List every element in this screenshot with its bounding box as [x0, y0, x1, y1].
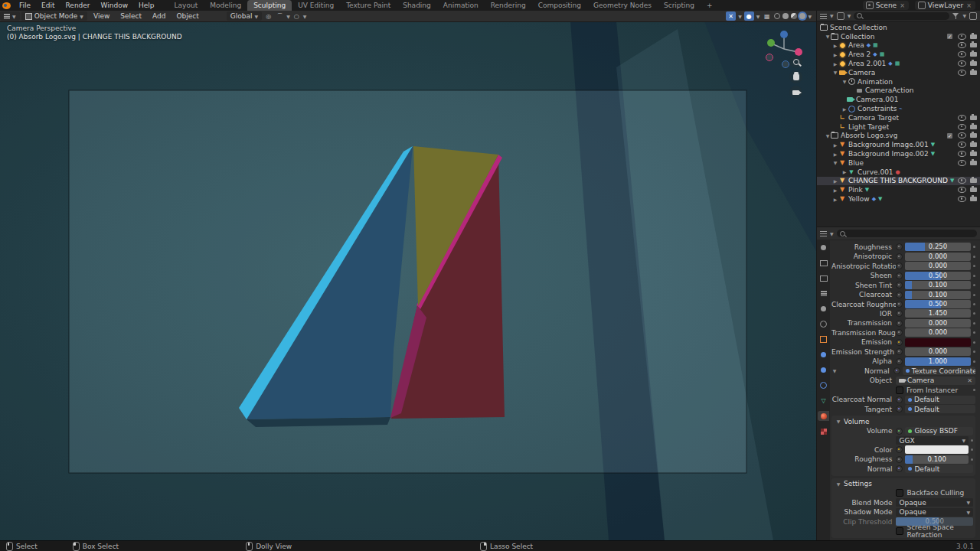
disclosure-triangle-icon[interactable]: ▶: [832, 61, 838, 67]
disclosure-triangle-icon[interactable]: ▶: [832, 43, 838, 48]
tab-scene[interactable]: [818, 304, 829, 314]
shading-caret[interactable]: ▼: [808, 14, 812, 19]
backface-culling-checkbox[interactable]: [896, 489, 903, 497]
gizmo-x-neg[interactable]: [766, 54, 773, 61]
disable-render-toggle[interactable]: [970, 197, 977, 201]
outliner-row[interactable]: ▼ Collection ✓: [817, 32, 980, 41]
clearcoat-roughness-slider[interactable]: 0.500: [905, 300, 971, 308]
hide-viewport-toggle[interactable]: [958, 42, 966, 48]
disclosure-triangle-icon[interactable]: ▼: [832, 160, 838, 165]
outliner-row[interactable]: Camera.001: [817, 95, 980, 104]
outliner-row[interactable]: ▶ ▼ Yellow ◆ ▼: [817, 194, 980, 204]
animate-dot-icon[interactable]: [973, 331, 975, 334]
scene-selector[interactable]: Scene ×: [863, 1, 909, 10]
hide-viewport-toggle[interactable]: [958, 60, 966, 67]
xray-toggle[interactable]: ▦: [762, 11, 772, 21]
blender-logo-icon[interactable]: [2, 2, 11, 9]
hide-viewport-toggle[interactable]: [958, 51, 966, 57]
outliner-row[interactable]: ▶ Constraints ⌁: [817, 104, 980, 113]
new-collection-button[interactable]: [969, 12, 977, 20]
hide-viewport-toggle[interactable]: [958, 187, 966, 193]
outliner-row[interactable]: CameraAction: [817, 86, 980, 96]
outliner-row[interactable]: ▼ ▼ Blue: [817, 158, 980, 168]
animate-dot-icon[interactable]: [973, 284, 975, 286]
tab-physics[interactable]: [818, 380, 829, 390]
outliner-editor-caret[interactable]: ▼: [830, 13, 834, 18]
distribution-dropdown[interactable]: GGX▼: [896, 436, 969, 445]
add-workspace-button[interactable]: +: [701, 0, 719, 11]
collection-checkbox[interactable]: ✓: [947, 133, 952, 139]
volume-shader-button[interactable]: Glossy BSDF: [905, 427, 973, 435]
disable-render-toggle[interactable]: [970, 52, 977, 57]
volume-panel-header[interactable]: ▼Volume: [834, 416, 973, 426]
hide-viewport-toggle[interactable]: [958, 132, 966, 139]
disclosure-triangle-icon[interactable]: ▶: [841, 106, 848, 112]
settings-panel-header[interactable]: ▼Settings: [834, 479, 973, 489]
disable-render-toggle[interactable]: [970, 133, 977, 138]
disable-render-toggle[interactable]: [970, 178, 977, 183]
shading-solid-button[interactable]: [782, 13, 789, 19]
unlink-scene-icon[interactable]: ×: [899, 2, 906, 9]
tab-animation[interactable]: Animation: [437, 0, 485, 11]
properties-editor-caret[interactable]: ▼: [830, 231, 834, 236]
transform-pivot-icon[interactable]: ◎: [263, 11, 273, 21]
pan-view-button[interactable]: [789, 70, 802, 83]
outliner-editor-type-icon[interactable]: [820, 13, 827, 19]
disable-render-toggle[interactable]: [970, 125, 977, 129]
display-mode-icon[interactable]: [837, 12, 844, 20]
disable-render-toggle[interactable]: [970, 116, 977, 120]
editor-type-button[interactable]: ▼: [0, 11, 20, 21]
shadow-mode-dropdown[interactable]: Opaque▼: [896, 508, 973, 517]
remove-viewlayer-icon[interactable]: ×: [965, 2, 972, 9]
animate-dot-icon[interactable]: [973, 303, 975, 305]
hide-viewport-toggle[interactable]: [958, 142, 966, 148]
shading-wireframe-button[interactable]: [774, 13, 780, 19]
disclosure-triangle-icon[interactable]: ▶: [841, 169, 848, 174]
outliner-row[interactable]: ▼ Animation: [817, 77, 980, 86]
anisotropic-rotation-slider[interactable]: 0.000: [905, 262, 971, 270]
tab-texture-paint[interactable]: Texture Paint: [340, 0, 397, 11]
disable-render-toggle[interactable]: [970, 70, 977, 75]
animate-dot-icon[interactable]: [973, 389, 975, 391]
hide-viewport-toggle[interactable]: [958, 151, 966, 157]
disclosure-triangle-icon[interactable]: ▼: [841, 79, 848, 84]
clearcoat-slider[interactable]: 0.100: [905, 291, 971, 299]
disclosure-triangle-icon[interactable]: ▼: [825, 34, 831, 39]
properties-editor-type-icon[interactable]: [820, 230, 827, 236]
outliner-search-input[interactable]: [854, 12, 949, 20]
menu-add[interactable]: Add: [148, 11, 170, 21]
tab-uv-editing[interactable]: UV Editing: [292, 0, 340, 11]
disclosure-triangle-icon[interactable]: ▶: [832, 197, 838, 202]
tab-shading[interactable]: Shading: [397, 0, 437, 11]
outliner-row[interactable]: ▼ Camera: [817, 68, 980, 77]
alpha-slider[interactable]: 1.000: [905, 357, 971, 366]
tab-render[interactable]: [818, 258, 829, 268]
tab-tool[interactable]: [818, 243, 829, 253]
animate-dot-icon[interactable]: [973, 294, 975, 296]
animate-dot-icon[interactable]: [973, 350, 975, 353]
outliner-row[interactable]: ▶ Area ◆ ▦: [817, 41, 980, 51]
from-instancer-checkbox[interactable]: [896, 386, 903, 394]
animate-dot-icon[interactable]: [971, 439, 973, 442]
hide-viewport-toggle[interactable]: [958, 70, 966, 76]
transmission-roughness-slider[interactable]: 0.000: [905, 328, 971, 337]
menu-file[interactable]: File: [15, 0, 35, 11]
menu-object[interactable]: Object: [172, 11, 204, 21]
hide-viewport-toggle[interactable]: [958, 196, 966, 202]
tab-sculpting[interactable]: Sculpting: [247, 0, 292, 11]
animate-dot-icon[interactable]: [973, 322, 975, 324]
outliner-row[interactable]: ▶ ▼ Curve.001 ●: [817, 168, 980, 177]
camera-view-button[interactable]: [789, 86, 802, 99]
outliner-row[interactable]: Scene Collection: [817, 23, 980, 32]
proportional-editing-icon[interactable]: ○: [292, 11, 302, 21]
outliner-row[interactable]: ▶ ▼ Pink ▼: [817, 185, 980, 194]
clear-object-icon[interactable]: ✕: [965, 377, 972, 384]
display-mode-caret[interactable]: ▼: [848, 13, 851, 18]
disclosure-triangle-icon[interactable]: ▶: [832, 178, 838, 184]
disable-render-toggle[interactable]: [970, 187, 977, 192]
clearcoat-normal-button[interactable]: Default: [905, 396, 975, 404]
outliner-row[interactable]: ▼ Absorb Logo.svg ✓: [817, 132, 980, 141]
disclosure-triangle-icon[interactable]: ▼: [825, 133, 831, 139]
show-overlays-toggle[interactable]: ●: [744, 11, 754, 21]
disclosure-triangle-icon[interactable]: ▼: [832, 70, 838, 75]
